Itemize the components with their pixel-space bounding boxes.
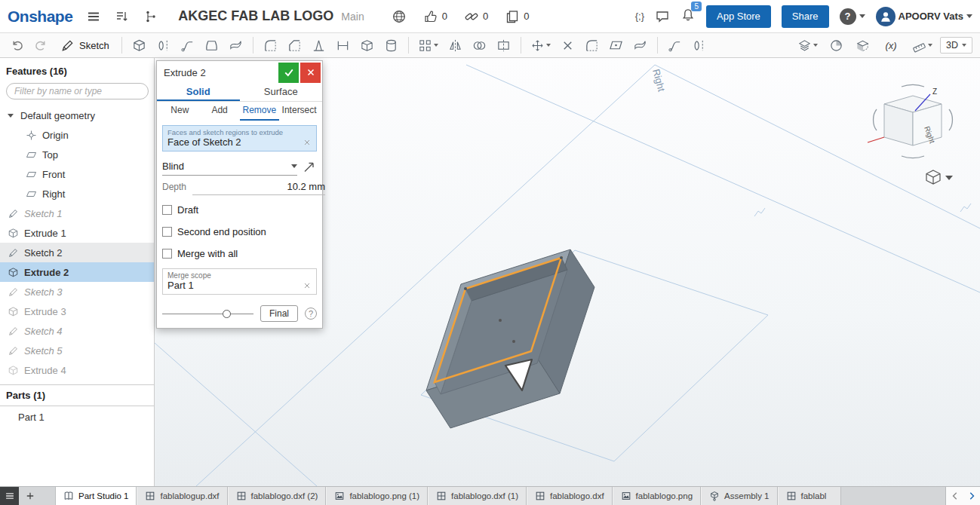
- tab-solid[interactable]: Solid: [157, 84, 240, 101]
- modify-fillet-tool-button[interactable]: [581, 35, 603, 56]
- chamfer-tool-button[interactable]: [284, 35, 306, 56]
- forks-stat[interactable]: 0: [505, 9, 529, 24]
- transform-tool-button[interactable]: [527, 35, 555, 56]
- tree-item-sketch-4[interactable]: Sketch 4: [0, 321, 154, 341]
- tabs-menu-button[interactable]: [0, 487, 19, 505]
- display-options-dropdown[interactable]: [926, 170, 953, 184]
- tab-fablablogo-png[interactable]: fablablogo.png: [613, 487, 701, 505]
- tree-item-part-1[interactable]: Part 1: [0, 406, 154, 427]
- mode-intersect[interactable]: Intersect: [279, 102, 319, 121]
- dialog-cancel-button[interactable]: [300, 63, 321, 83]
- help-menu-button[interactable]: ?: [840, 8, 865, 25]
- tab-fablablogo-png-1[interactable]: fablablogo.png (1): [326, 487, 428, 505]
- onshape-logo[interactable]: Onshape: [8, 8, 72, 26]
- clear-selection-icon[interactable]: [303, 138, 312, 147]
- redo-button[interactable]: [30, 35, 52, 56]
- loft-tool-button[interactable]: [201, 35, 223, 56]
- revolve-tool-button[interactable]: [152, 35, 174, 56]
- tree-item-extrude-1[interactable]: Extrude 1: [0, 223, 154, 243]
- depth-input[interactable]: [192, 179, 325, 195]
- rotate-right-arrow[interactable]: [949, 109, 952, 130]
- view-cube[interactable]: Right Z: [868, 84, 952, 158]
- opposite-direction-icon[interactable]: [302, 159, 317, 174]
- draft-checkbox[interactable]: [162, 205, 172, 215]
- mode-new[interactable]: New: [160, 102, 200, 121]
- tree-item-sketch-5[interactable]: Sketch 5: [0, 341, 154, 360]
- undo-button[interactable]: [6, 35, 28, 56]
- rib-tool-button[interactable]: [332, 35, 354, 56]
- clear-merge-scope-icon[interactable]: [303, 281, 312, 290]
- faces-selection-field[interactable]: Faces and sketch regions to extrude Face…: [162, 125, 317, 152]
- dialog-titlebar[interactable]: Extrude 2: [157, 61, 322, 84]
- rotate-down-arrow[interactable]: [902, 156, 924, 158]
- mode-remove[interactable]: Remove: [240, 102, 280, 121]
- tab-fablablogup-dxf[interactable]: fablablogup.dxf: [137, 487, 227, 505]
- thicken-tool-button[interactable]: [225, 35, 247, 56]
- tree-item-sketch-1[interactable]: Sketch 1: [0, 204, 154, 223]
- tree-item-front-plane[interactable]: Front: [0, 164, 154, 184]
- wrap-tool-button[interactable]: [664, 35, 686, 56]
- extrude-tool-button[interactable]: [128, 35, 150, 56]
- split-tool-button[interactable]: [493, 35, 515, 56]
- dialog-accept-button[interactable]: [278, 63, 299, 83]
- fillet-tool-button[interactable]: [260, 35, 281, 56]
- tree-item-sketch-2[interactable]: Sketch 2: [0, 243, 154, 262]
- versions-button[interactable]: [143, 9, 158, 24]
- likes-stat[interactable]: 0: [423, 9, 447, 24]
- rotate-up-arrow[interactable]: [902, 84, 924, 87]
- tree-item-extrude-3[interactable]: Extrude 3: [0, 301, 154, 321]
- merge-with-all-checkbox[interactable]: [162, 249, 172, 259]
- second-end-option[interactable]: Second end position: [162, 226, 317, 237]
- tree-item-top-plane[interactable]: Top: [0, 145, 154, 164]
- mode-add[interactable]: Add: [200, 102, 240, 121]
- mirror-tool-button[interactable]: [444, 35, 466, 56]
- merge-scope-field[interactable]: Merge scope Part 1: [162, 268, 317, 295]
- tree-item-extrude-2[interactable]: Extrude 2: [0, 262, 154, 282]
- tree-item-right-plane[interactable]: Right: [0, 184, 154, 204]
- tree-item-default-geometry[interactable]: Default geometry: [0, 106, 154, 125]
- tab-assembly-1[interactable]: Assembly 1: [701, 487, 777, 505]
- tab-fablablogo-dxf-1[interactable]: fablablogo.dxf (1): [428, 487, 527, 505]
- hole-tool-button[interactable]: [380, 35, 402, 56]
- final-button[interactable]: Final: [260, 305, 298, 322]
- second-end-checkbox[interactable]: [162, 227, 172, 237]
- rollback-slider[interactable]: [162, 308, 253, 319]
- sweep-tool-button[interactable]: [177, 35, 198, 56]
- add-tab-button[interactable]: [19, 487, 41, 505]
- merge-with-all-option[interactable]: Merge with all: [162, 248, 317, 259]
- feature-filter-input[interactable]: [6, 83, 149, 99]
- end-condition-dropdown[interactable]: Blind: [162, 158, 297, 176]
- tab-fablabl-truncated[interactable]: fablabl: [778, 487, 841, 505]
- app-store-button[interactable]: App Store: [706, 5, 771, 28]
- mass-properties-button[interactable]: [825, 35, 847, 56]
- tab-fablablogo-dxf-2[interactable]: fablablogo.dxf (2): [228, 487, 327, 505]
- delete-part-tool-button[interactable]: [557, 35, 579, 56]
- draft-option[interactable]: Draft: [162, 204, 317, 216]
- dialog-help-icon[interactable]: ?: [305, 308, 317, 320]
- tab-fablablogo-dxf[interactable]: fablablogo.dxf: [527, 487, 613, 505]
- helix-tool-button[interactable]: [688, 35, 710, 56]
- workspace-name[interactable]: Main: [341, 11, 364, 23]
- document-panel-button[interactable]: [115, 9, 130, 24]
- main-menu-button[interactable]: [86, 9, 101, 24]
- featurescript-notices-button[interactable]: {;}: [635, 11, 644, 22]
- offset-surface-tool-button[interactable]: [629, 35, 651, 56]
- linear-pattern-tool-button[interactable]: [415, 35, 442, 56]
- variables-button[interactable]: (x): [878, 35, 904, 56]
- tab-surface[interactable]: Surface: [240, 84, 323, 101]
- public-toggle[interactable]: [392, 9, 407, 24]
- section-view-button[interactable]: [852, 35, 874, 56]
- slider-knob[interactable]: [223, 310, 231, 318]
- part-body[interactable]: [426, 249, 594, 428]
- comments-button[interactable]: [655, 9, 670, 24]
- shell-tool-button[interactable]: [356, 35, 378, 56]
- tab-part-studio-1[interactable]: Part Studio 1: [55, 487, 137, 505]
- parts-section-header[interactable]: Parts (1): [0, 384, 154, 406]
- appearance-button[interactable]: [794, 35, 821, 56]
- draft-tool-button[interactable]: [308, 35, 330, 56]
- move-face-tool-button[interactable]: [605, 35, 627, 56]
- measure-button[interactable]: [908, 35, 935, 56]
- view-mode-dropdown[interactable]: 3D: [940, 37, 972, 54]
- user-menu-button[interactable]: APOORV Vats: [876, 7, 972, 26]
- tree-item-sketch-3[interactable]: Sketch 3: [0, 282, 154, 301]
